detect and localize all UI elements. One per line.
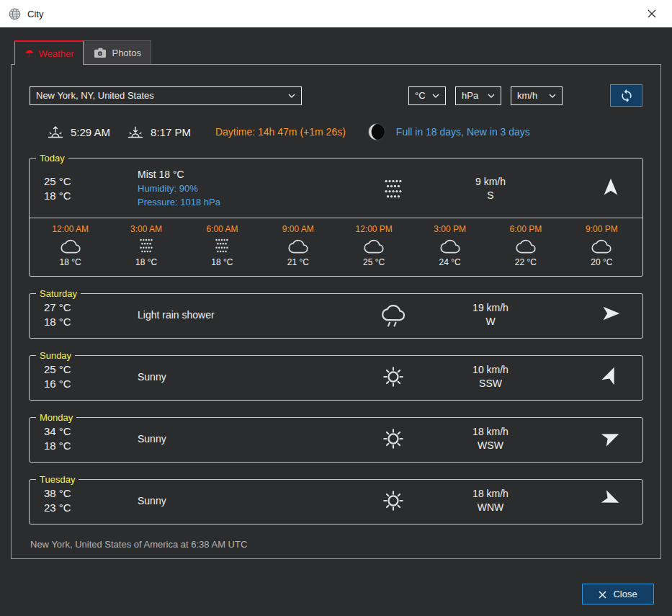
- wind-direction: SSW: [440, 377, 541, 390]
- chevron-down-icon: [288, 94, 295, 98]
- humidity-label: Humidity: 90%: [138, 182, 346, 195]
- close-x-icon: [599, 590, 606, 598]
- sunset-time: 8:17 PM: [151, 126, 191, 138]
- hour-temp: 18 °C: [211, 257, 233, 267]
- pressure-unit-select[interactable]: hPa: [455, 86, 501, 105]
- hour-cell: 3:00 PM 24 °C: [412, 224, 488, 267]
- chevron-down-icon: [432, 94, 439, 98]
- weather-icon: [210, 236, 234, 255]
- weather-panel: New York, NY, United States °C hPa km/h: [11, 64, 661, 559]
- today-wind: 9 km/h S: [440, 175, 541, 202]
- today-current-row: 25 °C 18 °C Mist 18 °C Humidity: 90% Pre…: [30, 164, 642, 216]
- hourly-forecast: 12:00 AM 18 °C 3:00 AM 18 °C 6:00 AM 18 …: [30, 218, 642, 276]
- day-group-tuesday: Tuesday 38 °C 23 °C Sunny 18 km/h WNW: [29, 474, 643, 525]
- day-row: 38 °C 23 °C Sunny 18 km/h WNW: [30, 485, 642, 524]
- titlebar: City: [0, 0, 672, 27]
- hour-time: 3:00 AM: [130, 224, 162, 234]
- temp-low: 23 °C: [44, 501, 138, 515]
- tab-weather[interactable]: ☂ Weather: [14, 40, 84, 65]
- day-group-legend: Monday: [36, 412, 76, 423]
- temp-low: 18 °C: [44, 439, 138, 453]
- wind-direction-arrow: [598, 362, 624, 389]
- hour-cell: 9:00 AM 21 °C: [260, 224, 336, 267]
- condition-label: Sunny: [138, 494, 346, 508]
- umbrella-icon: ☂: [24, 48, 34, 58]
- pressure-unit-value: hPa: [462, 90, 478, 101]
- city-select-value: New York, NY, United States: [36, 90, 154, 101]
- wind-speed: 10 km/h: [440, 363, 541, 377]
- wind-speed: 18 km/h: [440, 425, 541, 439]
- weather-icon: [377, 365, 410, 389]
- window-title: City: [27, 9, 43, 19]
- sunset-icon: [127, 125, 143, 138]
- hour-time: 6:00 PM: [510, 224, 542, 234]
- tab-bar: ☂ Weather Photos: [14, 40, 672, 64]
- weather-icon: [514, 236, 538, 255]
- speed-unit-value: km/h: [517, 90, 537, 101]
- close-x-icon: [648, 9, 656, 18]
- close-button[interactable]: Close: [582, 584, 654, 604]
- day-group-legend: Sunday: [36, 350, 75, 361]
- wind-speed: 9 km/h: [440, 175, 541, 189]
- wind-direction-arrow: [598, 424, 624, 451]
- hour-cell: 6:00 PM 22 °C: [488, 224, 563, 267]
- day-group-saturday: Saturday 27 °C 18 °C Light rain shower 1…: [29, 288, 643, 339]
- hour-cell: 3:00 AM 18 °C: [108, 224, 184, 267]
- tab-photos[interactable]: Photos: [84, 40, 151, 64]
- day-group-legend: Saturday: [36, 288, 81, 299]
- wind-speed: 18 km/h: [440, 487, 541, 501]
- wind-direction: WNW: [440, 501, 541, 514]
- hour-time: 9:00 PM: [586, 224, 618, 234]
- condition-label: Sunny: [138, 370, 346, 384]
- city-window: City ☂ Weather Photos: [0, 0, 672, 616]
- day-group-sunday: Sunday 25 °C 16 °C Sunny 10 km/h SSW: [29, 350, 643, 401]
- wind-direction-arrow: [598, 486, 624, 513]
- temp-low: 18 °C: [44, 189, 138, 203]
- weather-icon: [362, 236, 386, 255]
- weather-icon: [286, 236, 310, 255]
- temp-high: 34 °C: [44, 424, 138, 439]
- chevron-down-icon: [488, 94, 495, 98]
- weather-icon: [438, 236, 462, 255]
- temp-unit-select[interactable]: °C: [408, 86, 446, 105]
- daytime-label: Daytime: 14h 47m (+1m 26s): [215, 126, 346, 138]
- condition-label: Mist 18 °C: [138, 168, 346, 182]
- hour-time: 3:00 PM: [434, 224, 466, 234]
- temp-unit-value: °C: [415, 90, 426, 101]
- today-temps: 25 °C 18 °C: [30, 174, 138, 203]
- hour-cell: 12:00 PM 25 °C: [336, 224, 412, 267]
- tab-photos-label: Photos: [112, 48, 140, 58]
- weather-icon: [377, 303, 410, 327]
- close-button-label: Close: [613, 589, 637, 599]
- sun-moon-row: 5:29 AM 8:17 PM Daytime: 14h 47m (+1m 26…: [48, 122, 642, 141]
- hour-temp: 21 °C: [287, 257, 309, 267]
- hour-temp: 20 °C: [591, 257, 612, 267]
- moon-phase-label: Full in 18 days, New in 3 days: [396, 126, 530, 138]
- today-group: Today 25 °C 18 °C Mist 18 °C Humidity: 9…: [29, 153, 643, 277]
- today-group-legend: Today: [36, 153, 68, 164]
- hour-cell: 6:00 AM 18 °C: [184, 224, 260, 267]
- wind-direction: S: [440, 189, 541, 202]
- temp-high: 25 °C: [44, 174, 138, 189]
- weather-icon: [377, 488, 410, 513]
- hour-temp: 25 °C: [363, 257, 385, 267]
- day-group-legend: Tuesday: [36, 474, 79, 485]
- hour-time: 6:00 AM: [206, 224, 238, 234]
- weather-icon: [377, 427, 410, 451]
- chevron-down-icon: [549, 94, 556, 98]
- refresh-button[interactable]: [610, 84, 642, 107]
- window-close-button[interactable]: [640, 3, 663, 24]
- sunrise-icon: [48, 125, 63, 138]
- globe-icon: [9, 8, 21, 20]
- city-select[interactable]: New York, NY, United States: [30, 86, 302, 105]
- controls-row: New York, NY, United States °C hPa km/h: [30, 84, 642, 107]
- wind-direction: WSW: [440, 439, 541, 452]
- hour-temp: 18 °C: [135, 257, 157, 267]
- weather-icon: [134, 236, 158, 255]
- hour-temp: 24 °C: [439, 257, 460, 267]
- speed-unit-select[interactable]: km/h: [511, 86, 563, 105]
- camera-icon: [94, 48, 107, 58]
- temp-low: 16 °C: [44, 377, 138, 391]
- temp-high: 38 °C: [44, 486, 138, 501]
- sync-icon: [619, 89, 634, 103]
